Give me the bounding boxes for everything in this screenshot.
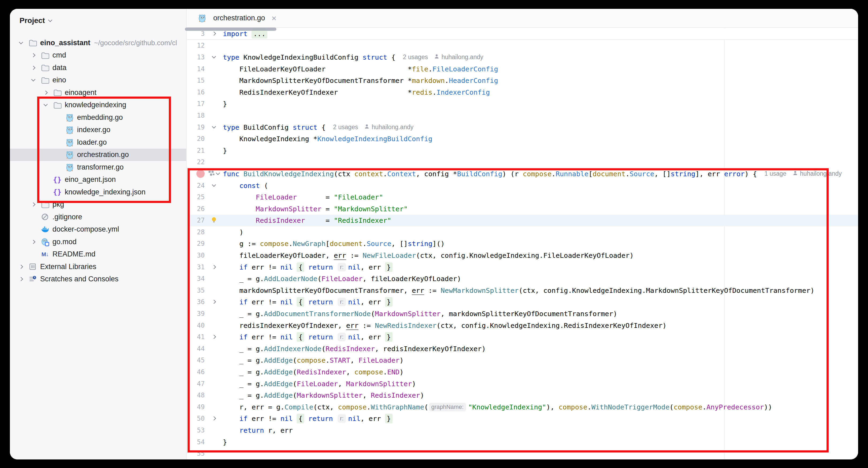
fold-expanded-icon[interactable] xyxy=(216,171,219,176)
line-number[interactable]: 41 xyxy=(187,333,205,341)
code-line-21[interactable]: 21} xyxy=(187,145,858,157)
tree-item-einoagent[interactable]: einoagent xyxy=(10,87,186,99)
code-line-28[interactable]: 28 ) xyxy=(187,226,858,238)
tree-item-orchestration-go[interactable]: orchestration.go xyxy=(10,149,186,161)
chevron-right-icon[interactable] xyxy=(16,262,25,271)
line-number[interactable]: 50 xyxy=(187,415,205,422)
tree-item-go-mod[interactable]: go.mod xyxy=(10,236,186,248)
line-number[interactable]: 17 xyxy=(187,100,205,107)
line-number[interactable]: 20 xyxy=(187,135,205,142)
fold-collapsed-icon[interactable] xyxy=(213,335,215,339)
chevron-down-icon[interactable] xyxy=(16,38,25,47)
chevron-right-icon[interactable] xyxy=(29,63,38,72)
code-line-19[interactable]: 19type BuildConfig struct {2 usageshuhai… xyxy=(187,122,858,133)
code-line-53[interactable]: 53 return r, err xyxy=(187,425,858,436)
tree-item-loader-go[interactable]: loader.go xyxy=(10,136,186,149)
code-line-13[interactable]: 13type KnowledgeIndexingBuildConfig stru… xyxy=(187,52,858,63)
tree-item-indexer-go[interactable]: indexer.go xyxy=(10,124,186,136)
fold-collapsed-icon[interactable] xyxy=(213,300,215,304)
code-line-15[interactable]: 15 MarkdownSplitterKeyOfDocumentTransfor… xyxy=(187,75,858,87)
code-line-47[interactable]: 47 _ = g.AddEdge(FileLoader, MarkdownSpl… xyxy=(187,378,858,390)
line-number[interactable]: 48 xyxy=(187,392,205,399)
code-line-49[interactable]: 49 r, err = g.Compile(ctx, compose.WithG… xyxy=(187,401,858,413)
line-number[interactable]: 31 xyxy=(187,263,205,271)
code-line-36[interactable]: 36 if err != nil { return r:nil, err } xyxy=(187,296,858,308)
line-number[interactable]: 53 xyxy=(187,427,205,434)
code-line-45[interactable]: 45 _ = g.AddEdge(compose.START, FileLoad… xyxy=(187,355,858,366)
author-hint[interactable]: huhailong.andy xyxy=(792,170,842,177)
line-number[interactable]: 14 xyxy=(187,65,205,73)
tab-orchestration-go[interactable]: orchestration.go × xyxy=(187,9,283,27)
code-line-25[interactable]: 25 FileLoader = "FileLoader" xyxy=(187,191,858,203)
tree-item-scratches-and-consoles[interactable]: Scratches and Consoles xyxy=(10,273,186,286)
line-number[interactable]: 19 xyxy=(187,124,205,131)
tree-item-embedding-go[interactable]: embedding.go xyxy=(10,111,186,124)
line-number[interactable]: 40 xyxy=(187,322,205,329)
tree-item-eino[interactable]: eino xyxy=(10,74,186,87)
fold-expanded-icon[interactable] xyxy=(213,55,215,60)
code-line-35[interactable]: 35 markdownSplitterKeyOfDocumentTransfor… xyxy=(187,285,858,296)
line-number[interactable]: 44 xyxy=(187,345,205,353)
code-line-24[interactable]: 24 const ( xyxy=(187,180,858,192)
line-number[interactable]: 15 xyxy=(187,77,205,84)
tree-item--gitignore[interactable]: .gitignore xyxy=(10,211,186,223)
code-line-48[interactable]: 48 _ = g.AddEdge(MarkdownSplitter, Redis… xyxy=(187,389,858,401)
code-line-50[interactable]: 50 if err != nil { return r:nil, err } xyxy=(187,413,858,425)
chevron-right-icon[interactable] xyxy=(29,51,38,60)
chevron-right-icon[interactable] xyxy=(29,200,38,209)
horizontal-scrollbar-thumb[interactable] xyxy=(185,28,276,31)
line-number[interactable]: 45 xyxy=(187,357,205,364)
tree-item-knowledge-indexing-json[interactable]: {}knowledge_indexing.json xyxy=(10,186,186,198)
code-line-39[interactable]: 39 _ = g.AddDocumentTransformerNode(Mark… xyxy=(187,308,858,320)
chevron-right-icon[interactable] xyxy=(41,88,50,97)
fold-expanded-icon[interactable] xyxy=(213,125,215,130)
chevron-down-icon[interactable] xyxy=(29,76,38,85)
tree-item-data[interactable]: data xyxy=(10,62,186,74)
code-line-31[interactable]: 31 if err != nil { return r:nil, err } xyxy=(187,261,858,273)
line-number[interactable]: 29 xyxy=(187,240,205,247)
line-number[interactable]: 18 xyxy=(187,112,205,119)
code-line-44[interactable]: 44 _ = g.AddIndexerNode(RedisIndexer, re… xyxy=(187,343,858,355)
chevron-right-icon[interactable] xyxy=(16,275,25,284)
close-icon[interactable]: × xyxy=(272,14,277,23)
line-number[interactable]: 39 xyxy=(187,310,205,317)
code-line-23[interactable]: func BuildKnowledgeIndexing(ctx context.… xyxy=(187,168,858,180)
code-line-26[interactable]: 26 MarkdownSplitter = "MarkdownSplitter" xyxy=(187,203,858,215)
code-line-27[interactable]: 27 RedisIndexer = "RedisIndexer" xyxy=(187,215,858,227)
code-line-20[interactable]: 20 KnowledgeIndexing *KnowledgeIndexingB… xyxy=(187,133,858,145)
code-line-17[interactable]: 17} xyxy=(187,98,858,110)
line-number[interactable]: 46 xyxy=(187,368,205,376)
code-line-41[interactable]: 41 if err != nil { return r:nil, err } xyxy=(187,331,858,343)
code-line-40[interactable]: 40 redisIndexerKeyOfIndexer, err := NewR… xyxy=(187,320,858,331)
fold-collapsed-icon[interactable] xyxy=(213,31,215,36)
code-line-29[interactable]: 29 g := compose.NewGraph[document.Source… xyxy=(187,238,858,250)
line-number[interactable]: 24 xyxy=(187,182,205,189)
code-line-18[interactable]: 18 xyxy=(187,110,858,122)
usage-count-hint[interactable]: 2 usages xyxy=(403,54,428,61)
line-number[interactable]: 22 xyxy=(187,158,205,166)
code-line-12[interactable]: 12 xyxy=(187,40,858,52)
line-number[interactable]: 49 xyxy=(187,403,205,411)
line-number[interactable]: 3 xyxy=(187,30,205,37)
code-line-14[interactable]: 14 FileLoaderKeyOfLoader *file.FileLoade… xyxy=(187,63,858,75)
code-line-54[interactable]: 54} xyxy=(187,436,858,448)
line-number[interactable]: 47 xyxy=(187,380,205,388)
code-line-22[interactable]: 22 xyxy=(187,157,858,168)
tree-item-knowledgeindexing[interactable]: knowledgeindexing xyxy=(10,99,186,111)
code-line-55[interactable]: 55 xyxy=(187,448,858,460)
intention-bulb-icon[interactable] xyxy=(210,216,218,225)
tree-item-pkg[interactable]: pkg xyxy=(10,198,186,211)
tree-item-cmd[interactable]: cmd xyxy=(10,49,186,62)
line-number[interactable]: 36 xyxy=(187,298,205,306)
author-hint[interactable]: huhailong.andy xyxy=(434,54,483,61)
line-number[interactable]: 27 xyxy=(187,216,205,224)
graph-icon[interactable] xyxy=(208,170,215,177)
fold-expanded-icon[interactable] xyxy=(213,183,215,188)
author-hint[interactable]: huhailong.andy xyxy=(364,124,413,131)
line-number[interactable]: 13 xyxy=(187,54,205,61)
tree-item-eino-agent-json[interactable]: {}eino_agent.json xyxy=(10,173,186,186)
code-editor[interactable]: 3import ...1213type KnowledgeIndexingBui… xyxy=(187,28,858,460)
tree-item-readme-md[interactable]: M↓README.md xyxy=(10,248,186,261)
code-line-3[interactable]: 3import ... xyxy=(187,28,858,40)
fold-collapsed-icon[interactable] xyxy=(213,265,215,270)
